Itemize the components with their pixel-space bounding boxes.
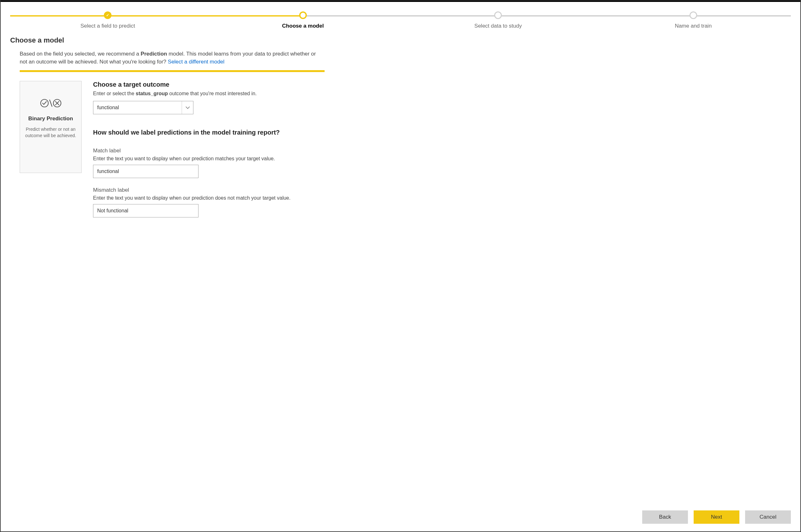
match-label-desc: Enter the text you want to display when … — [93, 156, 322, 162]
intro-text: Based on the field you selected, we reco… — [20, 50, 324, 66]
next-button[interactable]: Next — [694, 510, 739, 524]
step-label: Select data to study — [474, 23, 522, 29]
match-label-title: Match label — [93, 148, 322, 154]
model-card-binary-prediction[interactable]: Binary Prediction Predict whether or not… — [20, 81, 81, 173]
accent-divider — [20, 70, 324, 72]
mismatch-label-input[interactable] — [93, 204, 199, 217]
target-field-name: status_group — [136, 91, 168, 96]
model-card-desc: Predict whether or not an outcome will b… — [24, 126, 77, 139]
step-select-data[interactable]: Select data to study — [400, 12, 596, 29]
step-label: Select a field to predict — [80, 23, 135, 29]
main-area: Binary Prediction Predict whether or not… — [20, 81, 781, 217]
mismatch-label-title: Mismatch label — [93, 187, 322, 193]
intro-before: Based on the field you selected, we reco… — [20, 51, 141, 57]
match-label-input[interactable] — [93, 165, 199, 178]
target-outcome-desc: Enter or select the status_group outcome… — [93, 91, 322, 96]
wizard-stepper: ✓ Select a field to predict Choose a mod… — [1, 2, 800, 32]
mismatch-label-desc: Enter the text you want to display when … — [93, 195, 322, 201]
select-different-model-link[interactable]: Select a different model — [168, 59, 224, 65]
step-circle-upcoming — [494, 12, 502, 19]
wizard-footer: Back Next Cancel — [1, 504, 800, 531]
target-outcome-heading: Choose a target outcome — [93, 81, 322, 88]
step-circle-current — [299, 12, 307, 19]
labels-heading: How should we label predictions in the m… — [93, 129, 322, 136]
target-outcome-dropdown[interactable]: functional — [93, 101, 193, 114]
step-circle-upcoming — [690, 12, 697, 19]
intro-model-word: Prediction — [141, 51, 167, 57]
binary-prediction-icon — [40, 98, 62, 110]
dropdown-value: functional — [93, 101, 182, 114]
svg-line-1 — [50, 100, 52, 107]
svg-point-0 — [41, 99, 48, 107]
content-area: Based on the field you selected, we reco… — [1, 47, 800, 504]
page-title: Choose a model — [1, 32, 800, 47]
step-choose-model[interactable]: Choose a model — [205, 12, 401, 29]
model-card-title: Binary Prediction — [28, 116, 73, 122]
back-button[interactable]: Back — [642, 510, 688, 524]
target-desc-before: Enter or select the — [93, 91, 136, 96]
step-select-field[interactable]: ✓ Select a field to predict — [10, 12, 205, 29]
cancel-button[interactable]: Cancel — [745, 510, 791, 524]
step-name-train[interactable]: Name and train — [596, 12, 791, 29]
form-area: Choose a target outcome Enter or select … — [93, 81, 322, 217]
step-label: Name and train — [675, 23, 712, 29]
chevron-down-icon — [182, 101, 193, 114]
checkmark-icon: ✓ — [106, 13, 109, 17]
step-circle-completed: ✓ — [104, 12, 111, 19]
step-label: Choose a model — [282, 23, 324, 29]
target-desc-after: outcome that you're most interested in. — [168, 91, 257, 96]
